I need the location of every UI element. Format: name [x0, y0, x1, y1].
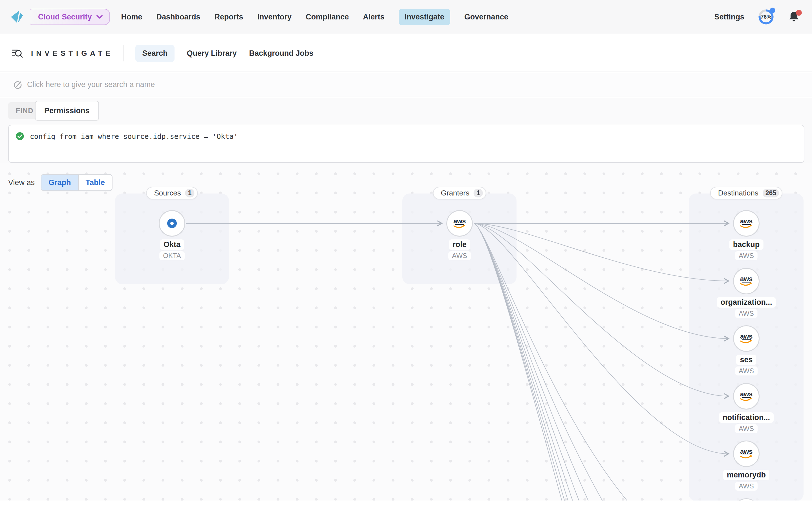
settings-button[interactable]: Settings	[714, 13, 744, 21]
node-platform: AWS	[735, 367, 758, 376]
nav-item-investigate[interactable]: Investigate	[399, 9, 450, 25]
column-header-granters[interactable]: Granters 1	[433, 187, 486, 200]
node-name: ses	[736, 355, 756, 365]
column-header-destinations[interactable]: Destinations 265	[710, 187, 782, 200]
node-platform: AWS	[448, 251, 471, 260]
node-labels: Okta OKTA	[159, 239, 185, 260]
product-switcher-cloud-security[interactable]: Cloud Security	[30, 9, 110, 25]
nav-item-compliance[interactable]: Compliance	[306, 9, 349, 25]
view-as-controls: View as Graph Table	[8, 174, 112, 191]
aws-icon: aws	[738, 390, 755, 402]
view-as-label: View as	[8, 178, 35, 187]
view-toggle-graph[interactable]: Graph	[42, 175, 78, 190]
tab-query-library[interactable]: Query Library	[187, 45, 237, 62]
node-platform: AWS	[735, 309, 758, 318]
query-editor[interactable]: config from iam where source.idp.service…	[8, 125, 804, 163]
node-name: role	[449, 239, 470, 250]
canvas-bottom-gutter	[0, 501, 812, 507]
nav-item-home[interactable]: Home	[121, 9, 142, 25]
nav-item-inventory[interactable]: Inventory	[257, 9, 292, 25]
column-label: Granters	[441, 189, 469, 198]
column-label: Sources	[154, 189, 181, 198]
column-header-sources[interactable]: Sources 1	[146, 187, 198, 200]
nav-item-reports[interactable]: Reports	[214, 9, 243, 25]
graph-node-notification[interactable]: aws	[733, 383, 760, 409]
top-navigation-bar: Cloud Security Home Dashboards Reports I…	[0, 0, 812, 34]
graph-canvas[interactable]: View as Graph Table Sources 1 Okta OKTAG…	[0, 163, 812, 507]
node-labels: ses AWS	[735, 355, 758, 376]
valid-check-icon	[15, 132, 24, 140]
node-labels: memorydb AWS	[723, 470, 769, 491]
node-platform: AWS	[735, 251, 758, 260]
tab-background-jobs[interactable]: Background Jobs	[249, 45, 313, 62]
view-toggle-table[interactable]: Table	[78, 175, 112, 190]
node-name: memorydb	[723, 470, 769, 480]
nav-item-governance[interactable]: Governance	[464, 9, 508, 25]
node-name: Okta	[160, 239, 184, 250]
node-labels: role AWS	[448, 239, 471, 260]
alert-dot	[796, 10, 802, 16]
query-text: config from iam where source.idp.service…	[30, 132, 238, 142]
column-label: Destinations	[718, 189, 758, 198]
node-labels: backup AWS	[729, 239, 763, 260]
aws-icon: aws	[738, 217, 755, 230]
graph-node-ses[interactable]: aws	[733, 325, 760, 352]
node-labels: notification... AWS	[719, 412, 774, 433]
main-nav: Home Dashboards Reports Inventory Compli…	[121, 9, 508, 25]
notifications-button[interactable]	[788, 10, 800, 23]
node-platform: AWS	[735, 482, 758, 491]
investigate-header: INVESTIGATE Search Query Library Backgro…	[0, 35, 812, 72]
graph-node-Okta[interactable]	[159, 210, 185, 237]
column-count-badge: 1	[474, 189, 483, 198]
aws-icon: aws	[738, 332, 755, 345]
tab-permissions[interactable]: Permissions	[35, 101, 99, 121]
search-name-placeholder: Click here to give your search a name	[27, 80, 155, 89]
topnav-right-controls: Settings 76%	[714, 9, 800, 25]
node-name: backup	[729, 239, 763, 250]
nav-item-alerts[interactable]: Alerts	[363, 9, 385, 25]
svg-text:aws: aws	[740, 217, 753, 225]
column-count-badge: 265	[763, 189, 779, 198]
node-labels: organization... AWS	[717, 297, 776, 318]
investigate-search-icon	[11, 48, 23, 59]
graph-node-backup[interactable]: aws	[733, 210, 760, 237]
page-title: INVESTIGATE	[31, 49, 113, 58]
nav-item-dashboards[interactable]: Dashboards	[156, 9, 200, 25]
svg-text:aws: aws	[740, 448, 753, 455]
svg-text:aws: aws	[740, 275, 753, 283]
search-name-field[interactable]: Click here to give your search a name	[0, 73, 812, 97]
aws-icon: aws	[738, 275, 755, 287]
column-background-sources	[115, 193, 229, 284]
divider	[123, 45, 123, 61]
column-background-granters	[402, 193, 516, 284]
node-name: notification...	[719, 412, 774, 423]
okta-icon	[164, 216, 180, 231]
column-count-badge: 1	[185, 189, 195, 198]
svg-text:aws: aws	[740, 390, 753, 398]
aws-icon: aws	[738, 448, 755, 460]
notification-dot	[770, 8, 775, 13]
app-logo-icon[interactable]	[10, 10, 23, 23]
chevron-down-icon	[96, 15, 103, 19]
svg-text:aws: aws	[453, 217, 466, 225]
query-section: FIND Permissions config from iam where s…	[0, 98, 812, 163]
aws-icon: aws	[451, 217, 468, 230]
graph-node-organization[interactable]: aws	[733, 268, 760, 294]
tab-search[interactable]: Search	[135, 45, 174, 62]
investigate-tabs: Search Query Library Background Jobs	[135, 45, 313, 62]
usage-progress-ring[interactable]: 76%	[758, 9, 774, 25]
graph-node-role[interactable]: aws	[446, 210, 473, 237]
product-switcher-label: Cloud Security	[38, 13, 92, 21]
edit-pencil-icon	[13, 80, 22, 89]
node-name: organization...	[717, 297, 776, 307]
node-platform: OKTA	[159, 251, 185, 260]
graph-node-memorydb[interactable]: aws	[733, 441, 760, 467]
svg-text:aws: aws	[740, 332, 753, 340]
node-platform: AWS	[735, 424, 758, 433]
view-toggle: Graph Table	[41, 174, 112, 191]
